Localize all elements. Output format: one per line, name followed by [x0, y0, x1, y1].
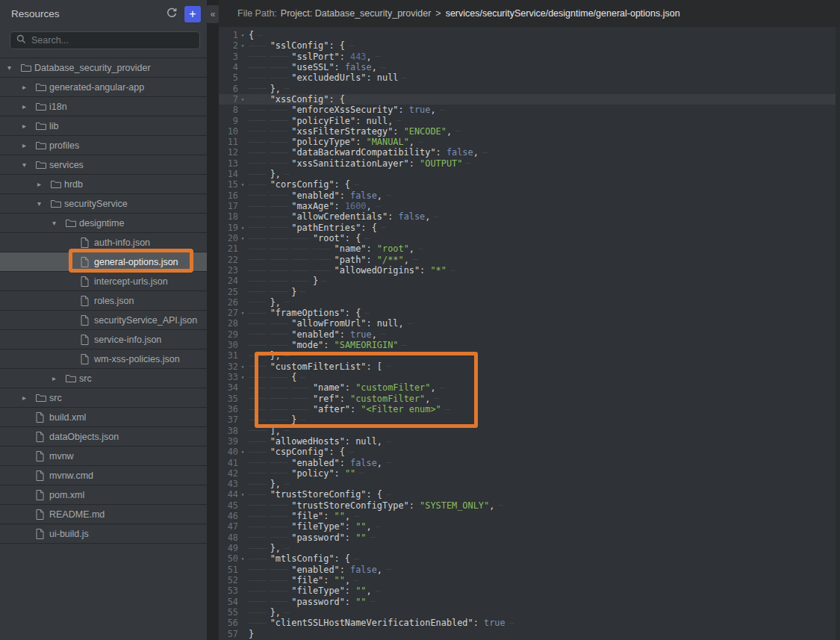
caret-right-icon[interactable]: ▸ — [22, 394, 36, 402]
code-line: 15▾"corsConfig": { — [219, 179, 840, 190]
collapse-panel-button[interactable]: « — [207, 5, 219, 23]
tree-item[interactable]: auth-info.json — [0, 233, 207, 252]
tree-item[interactable]: ▸profiles — [0, 136, 207, 155]
tree-item-label: service-info.json — [94, 335, 161, 345]
caret-right-icon[interactable]: ▸ — [22, 122, 36, 130]
fold-arrow-icon[interactable]: ▾ — [238, 223, 247, 233]
search-icon — [16, 34, 26, 47]
tree-item[interactable]: ▸i18n — [0, 97, 207, 116]
caret-right-icon[interactable]: ▸ — [22, 83, 36, 91]
fold-spacer — [238, 426, 247, 436]
indent-guide — [270, 243, 292, 254]
caret-right-icon[interactable]: ▸ — [22, 141, 36, 149]
tree-item-label: auth-info.json — [94, 237, 150, 248]
indent-guide — [270, 233, 292, 243]
tree-item[interactable]: ▸generated-angular-app — [0, 78, 207, 97]
fold-arrow-icon[interactable]: ▾ — [238, 553, 247, 564]
tree-item[interactable]: mvnw — [0, 447, 207, 466]
add-resource-button[interactable]: + — [184, 6, 201, 22]
tree-item[interactable]: ▸hrdb — [0, 175, 207, 194]
fold-arrow-icon[interactable]: ▾ — [238, 372, 247, 382]
tree-item[interactable]: wm-xss-policies.json — [0, 349, 207, 369]
tree-item[interactable]: ▾services — [0, 155, 207, 175]
fold-spacer — [238, 116, 247, 126]
tree-item[interactable]: mvnw.cmd — [0, 466, 207, 485]
file-icon — [36, 412, 49, 423]
indent-guide — [249, 40, 270, 51]
line-number: 55 — [219, 607, 238, 618]
tree-item-label: Database_security_provider — [34, 63, 151, 73]
line-number: 5 — [219, 72, 238, 83]
code-text: }, — [249, 297, 290, 308]
indent-guide — [249, 233, 270, 243]
line-number: 39 — [219, 436, 238, 447]
indent-guide — [249, 318, 270, 329]
file-path-label: File Path: — [237, 8, 277, 19]
indent-guide — [270, 532, 292, 543]
caret-down-icon[interactable]: ▾ — [52, 219, 66, 227]
indent-guide — [249, 468, 270, 479]
tree-item[interactable]: intercept-urls.json — [0, 272, 207, 291]
refresh-button[interactable] — [166, 7, 178, 21]
tree-item[interactable]: securityService_API.json — [0, 311, 207, 330]
tree-item[interactable]: service-info.json — [0, 330, 207, 349]
indent-guide — [270, 372, 292, 382]
tree-item[interactable]: ▸lib — [0, 116, 207, 136]
indent-guide — [270, 511, 292, 521]
code-line: 38], — [219, 426, 840, 436]
caret-right-icon[interactable]: ▸ — [52, 374, 66, 382]
tree-item[interactable]: build.xml — [0, 408, 207, 427]
code-line: 43}, — [219, 479, 840, 489]
code-text: } — [249, 629, 254, 639]
code-editor[interactable]: 1▾{2▾"sslConfig": {3"sslPort": 443,4"use… — [219, 27, 840, 640]
fold-arrow-icon[interactable]: ▾ — [238, 94, 247, 105]
caret-down-icon[interactable]: ▾ — [7, 63, 21, 72]
tree-item[interactable]: pom.xml — [0, 485, 207, 505]
search-input[interactable] — [31, 35, 193, 46]
editor-scrollbar[interactable] — [836, 27, 840, 640]
tree-item[interactable]: ▾Database_security_provider — [0, 58, 207, 78]
indent-guide — [270, 211, 292, 222]
fold-arrow-icon[interactable]: ▾ — [238, 233, 247, 243]
tree-item[interactable]: roles.json — [0, 291, 207, 311]
caret-right-icon[interactable]: ▸ — [37, 180, 51, 188]
tree-item[interactable]: dataObjects.json — [0, 427, 207, 447]
code-line: 12"dataBackwardCompatibility": false, — [219, 147, 840, 158]
code-text: "frameOptions": { — [249, 308, 370, 318]
caret-down-icon[interactable]: ▾ — [22, 161, 36, 169]
code-text: "policy": "" — [249, 468, 364, 479]
fold-spacer — [238, 436, 247, 447]
fold-arrow-icon[interactable]: ▾ — [238, 489, 247, 500]
fold-arrow-icon[interactable]: ▾ — [238, 308, 247, 318]
fold-arrow-icon[interactable]: ▾ — [238, 447, 247, 457]
line-number: 11 — [219, 137, 238, 147]
code-line: 53"fileType": "", — [219, 585, 840, 596]
tree-item[interactable]: README.md — [0, 505, 207, 524]
line-number: 23 — [219, 265, 238, 276]
line-number: 4 — [219, 62, 238, 72]
code-text: } — [249, 276, 327, 286]
tree-item[interactable]: ▸src — [0, 369, 207, 388]
folder-icon — [66, 374, 79, 383]
tree-item[interactable]: general-options.json — [0, 252, 207, 272]
folder-icon — [36, 83, 49, 92]
fold-spacer — [238, 532, 247, 543]
caret-down-icon[interactable]: ▾ — [37, 199, 51, 208]
fold-arrow-icon[interactable]: ▾ — [238, 361, 247, 372]
code-text: "mtlsConfig": { — [249, 553, 359, 564]
fold-arrow-icon[interactable]: ▾ — [238, 40, 247, 51]
tree-item[interactable]: ▾securityService — [0, 194, 207, 214]
caret-right-icon[interactable]: ▸ — [22, 102, 36, 111]
tree-item[interactable]: ▸src — [0, 388, 207, 408]
fold-spacer — [238, 382, 247, 393]
search-box[interactable] — [10, 31, 200, 49]
fold-spacer — [238, 575, 247, 585]
line-number: 54 — [219, 597, 238, 607]
tree-item[interactable]: ui-build.js — [0, 524, 207, 544]
tree-item[interactable]: ▾designtime — [0, 214, 207, 233]
fold-spacer — [238, 52, 247, 62]
fold-arrow-icon[interactable]: ▾ — [238, 30, 247, 40]
indent-guide — [249, 62, 270, 72]
fold-arrow-icon[interactable]: ▾ — [238, 179, 247, 190]
indent-guide — [249, 458, 270, 468]
